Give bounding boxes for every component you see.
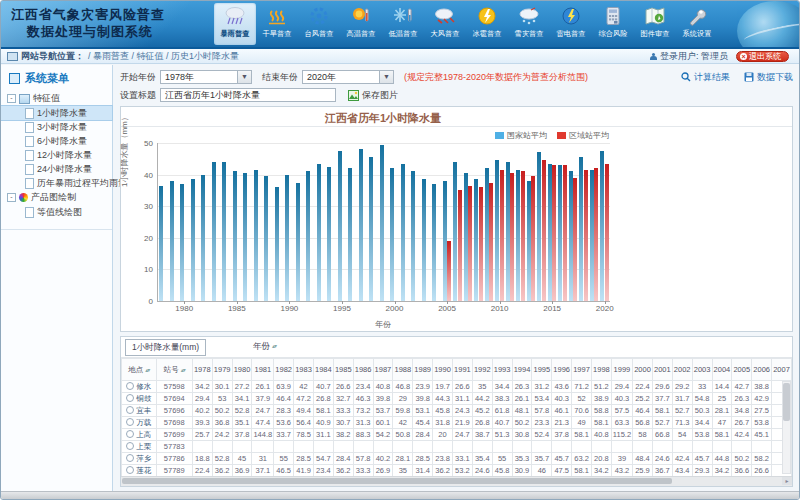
- col-year-1995[interactable]: 1995: [532, 359, 552, 381]
- year-sort-control[interactable]: 年份▴▾: [253, 339, 276, 354]
- tree-item[interactable]: 6小时降水量: [1, 134, 112, 148]
- table-row-57696[interactable]: 宜丰5769640.250.252.824.728.349.458.133.37…: [122, 405, 792, 417]
- row-radio[interactable]: [126, 382, 134, 390]
- value-cell: [652, 441, 672, 453]
- tree-item[interactable]: 12小时降水量: [1, 148, 112, 162]
- table-row-57598[interactable]: 修水5759834.230.127.226.163.94240.726.623.…: [122, 381, 792, 393]
- toolbar-item-rainstorm[interactable]: 暴雨普查: [214, 3, 256, 45]
- row-radio[interactable]: [126, 430, 134, 438]
- toolbar-item-snow[interactable]: 雪灾普查: [508, 3, 550, 45]
- col-year-1987[interactable]: 1987: [373, 359, 393, 381]
- x-tick-label: 2015: [537, 304, 567, 313]
- table-row-57783[interactable]: 上栗57783: [122, 441, 792, 453]
- toolbar-item-wind[interactable]: 大风普查: [424, 3, 466, 45]
- col-year-2000[interactable]: 2000: [633, 359, 653, 381]
- table-row-57694[interactable]: 铜鼓5769429.45334.137.946.447.226.832.746.…: [122, 393, 792, 405]
- toolbar-item-calc[interactable]: 综合风险: [592, 3, 634, 45]
- tree-item[interactable]: 历年暴雨过程平均雨量: [1, 176, 112, 190]
- col-station[interactable]: 地点▴▾: [122, 359, 157, 381]
- value-cell: 52: [572, 393, 592, 405]
- toolbar-item-hot[interactable]: 高温普查: [340, 3, 382, 45]
- scrollbar-thumb[interactable]: [122, 478, 672, 484]
- toolbar-item-map[interactable]: 图件审查: [634, 3, 676, 45]
- col-year-1980[interactable]: 1980: [232, 359, 252, 381]
- scroll-right-arrow[interactable]: ▸: [782, 477, 792, 485]
- collapse-icon[interactable]: -: [7, 193, 16, 202]
- col-year-1998[interactable]: 1998: [591, 359, 611, 381]
- scrollbar-thumb[interactable]: [783, 383, 790, 421]
- col-year-1978[interactable]: 1978: [192, 359, 212, 381]
- toolbar-item-drought[interactable]: 干旱普查: [256, 3, 298, 45]
- toolbar-item-settings[interactable]: 系统设置: [676, 3, 718, 45]
- station-id: 57786: [156, 453, 192, 465]
- toolbar-item-cold[interactable]: 低温普查: [382, 3, 424, 45]
- bar-national-1981: [191, 179, 195, 301]
- row-radio[interactable]: [126, 442, 134, 450]
- col-year-2005[interactable]: 2005: [732, 359, 752, 381]
- end-year-select[interactable]: 2020年▼: [302, 70, 394, 84]
- table-row-57698[interactable]: 万载5769839.336.835.147.453.656.440.930.73…: [122, 417, 792, 429]
- start-year-select[interactable]: 1978年▼: [160, 70, 252, 84]
- table-row-57786[interactable]: 萍乡5778618.852.845315528.554.728.457.840.…: [122, 453, 792, 465]
- col-year-1985[interactable]: 1985: [333, 359, 353, 381]
- calc-result-link[interactable]: 计算结果: [681, 71, 730, 84]
- tree-item[interactable]: 1小时降水量: [1, 106, 112, 120]
- cold-icon: [392, 4, 414, 28]
- col-year-1982[interactable]: 1982: [274, 359, 294, 381]
- col-year-1990[interactable]: 1990: [433, 359, 453, 381]
- x-tick-label: 1985: [222, 304, 252, 313]
- col-year-1996[interactable]: 1996: [552, 359, 572, 381]
- value-cell: 37.7: [652, 393, 672, 405]
- col-year-2003[interactable]: 2003: [692, 359, 712, 381]
- tree-group-0[interactable]: -特征值: [1, 91, 112, 106]
- row-radio[interactable]: [126, 454, 134, 462]
- table-row-57699[interactable]: 上高5769925.724.237.8144.833.778.531.138.2…: [122, 429, 792, 441]
- tree-item[interactable]: 3小时降水量: [1, 120, 112, 134]
- col-year-1986[interactable]: 1986: [353, 359, 373, 381]
- col-year-1997[interactable]: 1997: [572, 359, 592, 381]
- table-row-57789[interactable]: 莲花5778922.436.236.937.146.541.923.436.23…: [122, 465, 792, 477]
- row-radio[interactable]: [126, 418, 134, 426]
- tree-item[interactable]: 等值线绘图: [1, 205, 112, 219]
- table-vertical-scrollbar[interactable]: [782, 381, 791, 474]
- col-year-1994[interactable]: 1994: [512, 359, 532, 381]
- col-year-2007[interactable]: 2007: [772, 359, 792, 381]
- col-year-2006[interactable]: 2006: [752, 359, 772, 381]
- row-radio[interactable]: [126, 394, 134, 402]
- col-year-1981[interactable]: 1981: [252, 359, 274, 381]
- toolbar-item-hail[interactable]: 冰雹普查: [466, 3, 508, 45]
- breadcrumb[interactable]: / 暴雨普查 / 特征值 / 历史1小时降水量: [88, 50, 239, 63]
- col-year-1988[interactable]: 1988: [393, 359, 413, 381]
- save-disk-icon: [744, 72, 754, 82]
- col-year-1989[interactable]: 1989: [413, 359, 433, 381]
- col-year-1992[interactable]: 1992: [472, 359, 492, 381]
- save-image-button[interactable]: 保存图片: [348, 89, 398, 102]
- row-radio[interactable]: [126, 406, 134, 414]
- table-horizontal-scrollbar[interactable]: ▸: [121, 476, 792, 486]
- row-radio[interactable]: [126, 466, 134, 474]
- col-year-1993[interactable]: 1993: [492, 359, 512, 381]
- col-year-1979[interactable]: 1979: [212, 359, 232, 381]
- col-year-1984[interactable]: 1984: [313, 359, 333, 381]
- data-download-link[interactable]: 数据下载: [744, 71, 793, 84]
- col-year-2004[interactable]: 2004: [712, 359, 732, 381]
- chart-title-input[interactable]: 江西省历年1小时降水量: [160, 88, 336, 102]
- col-year-1999[interactable]: 1999: [611, 359, 632, 381]
- legend-swatch: [557, 132, 566, 139]
- value-cell: 31.4: [413, 465, 433, 477]
- toolbar-item-typhoon[interactable]: 台风普查: [298, 3, 340, 45]
- value-cell: [732, 441, 752, 453]
- collapse-icon[interactable]: -: [7, 94, 16, 103]
- chevron-down-icon: ▼: [237, 71, 251, 83]
- value-cell: 23.9: [413, 381, 433, 393]
- col-year-2002[interactable]: 2002: [672, 359, 692, 381]
- tree-item[interactable]: 24小时降水量: [1, 162, 112, 176]
- col-year-1991[interactable]: 1991: [452, 359, 472, 381]
- col-id[interactable]: 站号▴▾: [156, 359, 192, 381]
- tree-group-1[interactable]: -产品图绘制: [1, 190, 112, 205]
- toolbar-item-lightning[interactable]: 雷电普查: [550, 3, 592, 45]
- col-year-2001[interactable]: 2001: [652, 359, 672, 381]
- col-year-1983[interactable]: 1983: [294, 359, 314, 381]
- logout-button[interactable]: ×退出系统: [736, 51, 789, 62]
- station-name: 万载: [136, 418, 151, 427]
